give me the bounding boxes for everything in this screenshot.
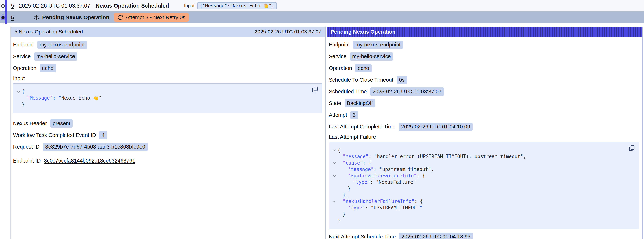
code-line: }, xyxy=(331,192,620,198)
pending-panel-title: Pending Nexus Operation xyxy=(330,29,396,35)
collapse-toggle[interactable] xyxy=(331,147,338,153)
json-text: : { xyxy=(414,198,423,204)
event-history-rows: 5 2025-02-26 UTC 01:03:37.07 Nexus Opera… xyxy=(0,0,644,24)
field-label: Nexus Header xyxy=(13,120,47,126)
code-line: } xyxy=(15,101,303,108)
copy-button[interactable] xyxy=(628,144,636,152)
json-key: "message" xyxy=(343,154,368,159)
field-label: Schedule To Close Timeout xyxy=(329,77,394,83)
field-attempt: Attempt 3 xyxy=(329,110,639,119)
collapse-toggle[interactable] xyxy=(15,88,22,95)
timeline-node-current-icon xyxy=(2,16,4,20)
schedule-to-close-timeout-chip: 0s xyxy=(397,76,407,84)
field-label: Request ID xyxy=(13,144,40,150)
field-workflow-task-completed-event-id: Workflow Task Completed Event ID 4 xyxy=(13,131,322,140)
json-key: "applicationFailureInfo" xyxy=(348,173,417,178)
json-text: : "handler error (UPSTREAM_TIMEOUT): ups… xyxy=(368,154,526,159)
scheduled-time-chip: 2025-02-26 UTC 01:03:37.07 xyxy=(370,88,444,96)
json-text: } xyxy=(348,186,351,191)
endpoint-id-link[interactable]: 3c0c75ccfa8144b092c13ce632463761 xyxy=(44,158,135,164)
pending-panel-body: Endpoint my-nexus-endpoint Service my-he… xyxy=(326,37,642,239)
chevron-spacer xyxy=(331,192,338,198)
field-label: Service xyxy=(13,54,31,60)
event-id-link[interactable]: 5 xyxy=(11,2,14,9)
field-label: Last Attempt Complete Time xyxy=(329,124,396,130)
json-text: { xyxy=(22,89,25,94)
json-text: : "upstream timeout", xyxy=(374,166,434,172)
chevron-spacer xyxy=(331,218,338,224)
json-text: : { xyxy=(417,173,425,178)
chevron-down-icon xyxy=(17,90,20,92)
event-id-link[interactable]: 5 xyxy=(11,14,14,20)
json-key: "Message" xyxy=(27,95,53,101)
field-scheduled-time: Scheduled Time 2025-02-26 UTC 01:03:37.0… xyxy=(329,87,639,96)
input-section-label: Input xyxy=(13,76,322,82)
field-label: Next Attempt Schedule Time xyxy=(329,234,396,239)
state-chip: BackingOff xyxy=(344,99,375,108)
chevron-spacer xyxy=(331,166,338,172)
code-line: "Message": "Nexus Echo 👋" xyxy=(15,95,303,101)
code-text: "type": "NexusFailure" xyxy=(338,179,416,186)
copy-icon xyxy=(312,86,318,93)
json-text: : "Nexus Echo 👋" xyxy=(53,95,102,101)
chevron-spacer xyxy=(15,101,22,108)
field-label: Operation xyxy=(13,65,36,71)
code-line: } xyxy=(331,218,620,224)
code-text: "Message": "Nexus Echo 👋" xyxy=(22,95,102,101)
event-row-nexus-operation-scheduled[interactable]: 5 2025-02-26 UTC 01:03:37.07 Nexus Opera… xyxy=(0,0,644,11)
scheduled-panel-title: 5 Nexus Operation Scheduled xyxy=(14,29,83,35)
collapse-toggle[interactable] xyxy=(331,172,338,179)
code-text: } xyxy=(22,101,25,108)
code-line: "nexusHandlerFailureInfo": { xyxy=(331,198,620,204)
copy-button[interactable] xyxy=(311,86,319,94)
code-line: } xyxy=(331,211,620,218)
field-last-attempt-complete-time: Last Attempt Complete Time 2025-02-26 UT… xyxy=(329,122,639,131)
retry-icon xyxy=(117,15,123,20)
field-endpoint: Endpoint my-nexus-endpoint xyxy=(13,40,322,49)
field-schedule-to-close-timeout: Schedule To Close Timeout 0s xyxy=(329,76,639,84)
scheduled-panel-body: Endpoint my-nexus-endpoint Service my-he… xyxy=(11,37,325,168)
json-text: { xyxy=(338,147,340,153)
timeline-accent-line xyxy=(6,0,7,24)
code-line: "type": "NexusFailure" xyxy=(331,179,620,186)
field-label: Scheduled Time xyxy=(329,88,367,94)
event-title: Nexus Operation Scheduled xyxy=(96,2,169,9)
field-label: Service xyxy=(329,54,346,60)
scheduled-panel-time: 2025-02-26 UTC 01:03:37.07 xyxy=(255,29,321,35)
code-line: "message": "upstream timeout", xyxy=(331,166,620,172)
pending-panel-header: Pending Nexus Operation xyxy=(326,26,642,37)
chevron-spacer xyxy=(331,179,338,186)
event-row-pending-nexus-operation[interactable]: 5 Pending Nexus Operation Attempt 3 • Ne… xyxy=(0,11,644,24)
field-service: Service my-hello-service xyxy=(329,52,639,61)
code-text: } xyxy=(338,186,351,192)
code-line: { xyxy=(331,147,620,153)
code-text: "type": "UPSTREAM_TIMEOUT" xyxy=(338,204,422,211)
next-attempt-schedule-time-chip: 2025-02-26 UTC 01:04:13.93 xyxy=(399,232,473,239)
json-text: : "NexusFailure" xyxy=(370,179,416,185)
field-operation: Operation echo xyxy=(329,64,639,72)
json-key: "type" xyxy=(353,179,370,185)
code-text: }, xyxy=(338,192,348,198)
field-label: State xyxy=(329,100,341,106)
pending-operation-panel: Pending Nexus Operation Endpoint my-nexu… xyxy=(326,26,642,239)
field-label: Endpoint ID xyxy=(13,158,41,164)
failure-json-viewer: {"message": "handler error (UPSTREAM_TIM… xyxy=(329,142,639,229)
code-text: { xyxy=(22,88,25,95)
chevron-spacer xyxy=(331,211,338,218)
field-state: State BackingOff xyxy=(329,99,639,108)
json-text: } xyxy=(22,102,25,107)
field-nexus-header: Nexus Header present xyxy=(13,119,322,128)
code-text: { xyxy=(338,147,340,153)
endpoint-chip: my-nexus-endpoint xyxy=(37,41,87,49)
collapse-toggle[interactable] xyxy=(331,160,338,166)
endpoint-chip: my-nexus-endpoint xyxy=(353,41,403,49)
field-request-id: Request ID 3e829b7e-7d67-4b08-aad3-b1e86… xyxy=(13,142,322,151)
chevron-down-icon xyxy=(333,200,336,202)
service-chip: my-hello-service xyxy=(34,52,78,60)
code-line: } xyxy=(331,186,620,192)
code-line: "message": "handler error (UPSTREAM_TIME… xyxy=(331,153,620,160)
service-chip: my-hello-service xyxy=(350,52,393,60)
collapse-toggle[interactable] xyxy=(331,198,338,204)
wtc-event-id-chip: 4 xyxy=(99,131,107,139)
code-text: "message": "handler error (UPSTREAM_TIME… xyxy=(338,153,526,160)
